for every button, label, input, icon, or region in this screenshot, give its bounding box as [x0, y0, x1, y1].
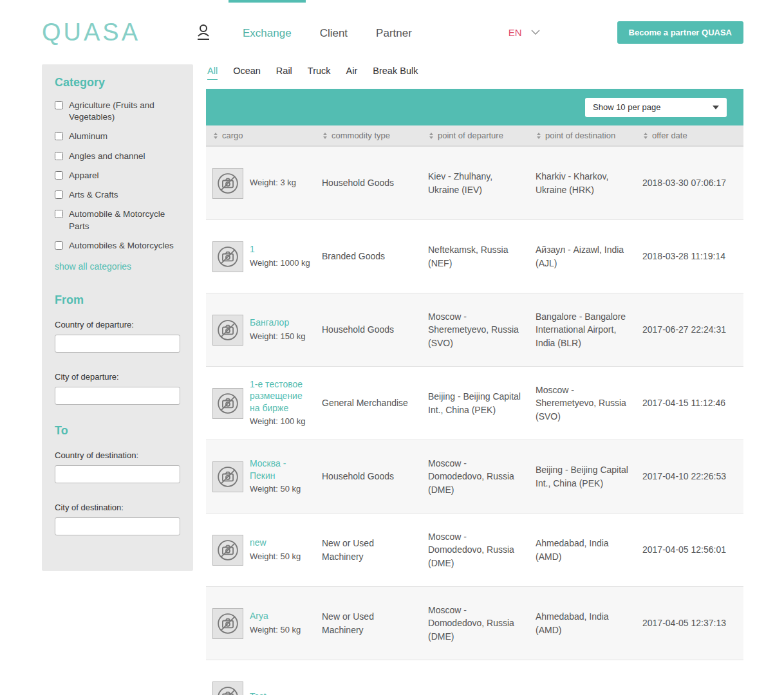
sort-icon[interactable]: [429, 133, 433, 139]
transport-tab[interactable]: Break Bulk: [373, 66, 418, 80]
cargo-text: Бангалор Weight: 150 kg: [250, 317, 305, 342]
category-item[interactable]: Automobiles & Motorcycles: [55, 240, 180, 252]
cargo-weight: Weight: 100 kg: [250, 416, 312, 428]
cargo-title-link[interactable]: Бангалор: [250, 317, 305, 328]
transport-tab[interactable]: Rail: [276, 66, 292, 80]
cargo-cell: Бангалор Weight: 150 kg: [206, 303, 315, 357]
category-item[interactable]: Aluminum: [55, 131, 180, 142]
category-item[interactable]: Angles and channel: [55, 151, 180, 162]
point-of-departure-cell: Moscow - Sheremetyevo, Russia (SVO): [422, 299, 529, 361]
cargo-title-link[interactable]: 1: [250, 243, 310, 255]
no-photo-icon[interactable]: [212, 681, 243, 695]
category-checkbox[interactable]: [55, 152, 63, 160]
nav-item[interactable]: Client: [306, 0, 362, 64]
category-label: Automobiles & Motorcycles: [69, 240, 174, 252]
point-of-departure-cell: Neftekamsk, Russia (NEF): [422, 232, 529, 281]
cargo-title-link[interactable]: new: [250, 537, 301, 548]
commodity-type-cell: [315, 685, 422, 695]
country-of-destination-input[interactable]: [55, 465, 180, 483]
column-label: commodity type: [331, 131, 390, 140]
transport-tab[interactable]: Truck: [308, 66, 331, 80]
point-of-departure-cell: Moscow - Domodedovo, Russia (DME): [422, 592, 529, 654]
commodity-type-cell: Household Goods: [315, 458, 422, 494]
cargo-weight: Weight: 3 kg: [250, 177, 296, 189]
cargo-text: new Weight: 50 kg: [250, 537, 301, 562]
category-item[interactable]: Arts & Crafts: [55, 189, 180, 201]
country-of-departure-input[interactable]: [55, 335, 180, 353]
caret-down-icon: [713, 106, 719, 109]
transport-tab[interactable]: Air: [346, 66, 358, 80]
no-photo-icon[interactable]: [212, 388, 243, 419]
cargo-text: 1-е тестовое размещение на бирже Weight:…: [250, 378, 312, 427]
no-photo-icon[interactable]: [212, 241, 243, 272]
show-all-categories-link[interactable]: show all categories: [55, 261, 131, 272]
logo[interactable]: QUASA: [42, 0, 196, 64]
sort-icon[interactable]: [644, 133, 648, 139]
no-photo-icon[interactable]: [212, 168, 243, 199]
cargo-title-link[interactable]: Москва - Пекин: [250, 458, 312, 481]
cargo-weight: Weight: 50 kg: [250, 483, 312, 496]
table-row: 1-е тестовое размещение на бирже Weight:…: [206, 367, 743, 440]
offer-date-cell: 2017-04-10 22:26:53: [636, 458, 743, 494]
transport-mode-tabs: All Ocean Rail Truck Air Break Bulk: [206, 64, 743, 80]
no-photo-icon[interactable]: [212, 535, 243, 566]
cargo-text: Arya Weight: 50 kg: [250, 610, 301, 636]
category-checkbox[interactable]: [55, 241, 63, 250]
category-checkbox[interactable]: [55, 190, 63, 199]
cargo-text: Москва - Пекин Weight: 50 kg: [250, 458, 312, 495]
transport-tab[interactable]: Ocean: [233, 66, 261, 80]
no-photo-icon[interactable]: [212, 315, 243, 346]
point-of-destination-cell: Ahmedabad, India (AMD): [529, 598, 636, 648]
category-item[interactable]: Automobile & Motorcycle Parts: [55, 208, 180, 232]
category-item[interactable]: Apparel: [55, 170, 180, 181]
city-of-destination-input[interactable]: [55, 517, 180, 535]
commodity-type-cell: Branded Goods: [315, 238, 422, 274]
category-label: Angles and channel: [69, 151, 145, 162]
no-photo-icon[interactable]: [212, 608, 243, 639]
header-nav-group: Exchange Client Partner: [196, 0, 426, 64]
table-row: 1 Weight: 1000 kg Branded Goods Neftekam…: [206, 220, 743, 293]
cargo-title-link[interactable]: Arya: [250, 610, 301, 622]
point-of-departure-cell: Beijing - Beijing Capital Int., China (P…: [422, 378, 529, 428]
table-toolbar: Show 10 per page: [206, 89, 743, 125]
country-of-destination-label: Country of destination:: [55, 450, 180, 460]
chevron-down-icon: [531, 30, 540, 35]
become-partner-button[interactable]: Become a partner QUASA: [617, 21, 743, 44]
point-of-departure-cell: Moscow - Domodedovo, Russia (DME): [422, 445, 529, 508]
column-header[interactable]: point of departure: [422, 125, 529, 145]
cargo-title-link[interactable]: Test: [250, 690, 266, 695]
column-header[interactable]: point of destination: [529, 125, 636, 145]
no-photo-icon[interactable]: [212, 461, 243, 492]
category-checkbox[interactable]: [55, 171, 63, 180]
cargo-text: Test: [250, 690, 266, 695]
language-label: EN: [509, 27, 522, 38]
table-row: Бангалор Weight: 150 kg Household Goods …: [206, 293, 743, 367]
nav-item[interactable]: Partner: [362, 0, 426, 64]
language-selector[interactable]: EN: [509, 0, 540, 64]
transport-tab[interactable]: All: [207, 66, 218, 80]
cargo-cell: 1-е тестовое размещение на бирже Weight:…: [206, 367, 315, 439]
per-page-select[interactable]: Show 10 per page: [585, 98, 727, 117]
cargo-title-link[interactable]: 1-е тестовое размещение на бирже: [250, 378, 312, 414]
city-of-departure-input[interactable]: [55, 387, 180, 405]
cargo-cell: Weight: 3 kg: [206, 156, 315, 210]
nav-item[interactable]: Exchange: [229, 0, 306, 64]
point-of-destination-cell: Айзаул - Aizawl, India (AJL): [529, 232, 636, 281]
column-header[interactable]: cargo: [206, 125, 315, 145]
sort-icon[interactable]: [214, 133, 218, 139]
category-checkbox[interactable]: [55, 132, 63, 140]
user-account-icon[interactable]: [196, 0, 210, 64]
category-item[interactable]: Agriculture (Fruits and Vegetables): [55, 100, 180, 123]
city-of-departure-label: City of departure:: [55, 372, 180, 382]
category-checkbox[interactable]: [55, 101, 63, 109]
offer-date-cell: [636, 685, 743, 695]
category-label: Arts & Crafts: [69, 189, 118, 201]
sort-icon[interactable]: [323, 133, 327, 139]
point-of-destination-cell: [529, 685, 636, 695]
cargo-weight: Weight: 150 kg: [250, 331, 305, 343]
column-header[interactable]: offer date: [636, 125, 743, 145]
category-checkbox[interactable]: [55, 210, 63, 218]
commodity-type-cell: Household Goods: [315, 165, 422, 201]
sort-icon[interactable]: [537, 133, 541, 139]
column-header[interactable]: commodity type: [315, 125, 422, 145]
